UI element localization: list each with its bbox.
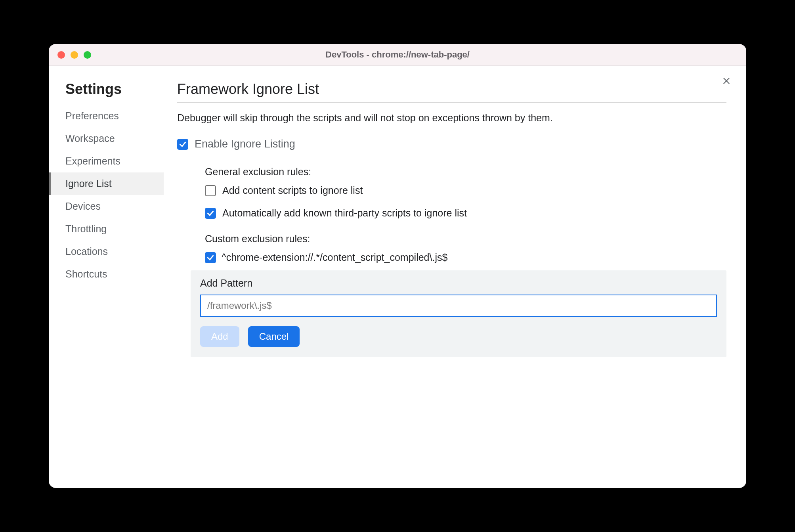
sidebar-item-shortcuts[interactable]: Shortcuts: [49, 263, 164, 285]
third-party-scripts-label: Automatically add known third-party scri…: [222, 207, 467, 219]
add-pattern-title: Add Pattern: [200, 277, 717, 289]
window-title: DevTools - chrome://new-tab-page/: [49, 50, 746, 60]
third-party-scripts-row[interactable]: Automatically add known third-party scri…: [205, 207, 726, 219]
enable-ignore-listing-checkbox[interactable]: [177, 139, 188, 150]
content-scripts-row[interactable]: Add content scripts to ignore list: [205, 185, 726, 196]
traffic-lights: [57, 51, 91, 59]
settings-sidebar: Settings Preferences Workspace Experimen…: [49, 66, 164, 488]
divider: [177, 102, 726, 103]
titlebar: DevTools - chrome://new-tab-page/: [49, 44, 746, 66]
close-window-button[interactable]: [57, 51, 65, 59]
custom-rule-pattern: ^chrome-extension://.*/content_script_co…: [222, 252, 447, 263]
settings-main: Framework Ignore List Debugger will skip…: [164, 66, 746, 488]
custom-rule-row[interactable]: ^chrome-extension://.*/content_script_co…: [205, 252, 726, 263]
sidebar-item-locations[interactable]: Locations: [49, 240, 164, 263]
add-pattern-buttons: Add Cancel: [200, 326, 717, 347]
custom-rule-checkbox[interactable]: [205, 252, 216, 263]
page-title: Framework Ignore List: [177, 81, 726, 98]
minimize-window-button[interactable]: [71, 51, 78, 59]
custom-exclusion-heading: Custom exclusion rules:: [205, 233, 726, 245]
settings-content: Settings Preferences Workspace Experimen…: [49, 66, 746, 488]
sidebar-item-experiments[interactable]: Experiments: [49, 150, 164, 172]
sidebar-item-devices[interactable]: Devices: [49, 195, 164, 218]
general-exclusion-heading: General exclusion rules:: [205, 166, 726, 178]
sidebar-item-workspace[interactable]: Workspace: [49, 127, 164, 150]
enable-ignore-listing-label: Enable Ignore Listing: [195, 138, 295, 150]
third-party-scripts-checkbox[interactable]: [205, 208, 216, 219]
sidebar-heading: Settings: [49, 81, 164, 105]
page-description: Debugger will skip through the scripts a…: [177, 112, 726, 124]
close-icon[interactable]: [720, 75, 733, 87]
content-scripts-label: Add content scripts to ignore list: [222, 185, 363, 196]
add-pattern-panel: Add Pattern Add Cancel: [191, 270, 726, 357]
content-scripts-checkbox[interactable]: [205, 185, 216, 196]
cancel-button[interactable]: Cancel: [248, 326, 300, 347]
add-button[interactable]: Add: [200, 326, 239, 347]
devtools-window: DevTools - chrome://new-tab-page/ Settin…: [49, 44, 746, 488]
general-exclusion-section: General exclusion rules: Add content scr…: [205, 166, 726, 263]
zoom-window-button[interactable]: [84, 51, 91, 59]
sidebar-item-ignore-list[interactable]: Ignore List: [49, 172, 164, 195]
pattern-input[interactable]: [200, 295, 717, 317]
enable-ignore-listing-row[interactable]: Enable Ignore Listing: [177, 138, 726, 150]
sidebar-item-preferences[interactable]: Preferences: [49, 105, 164, 127]
sidebar-item-throttling[interactable]: Throttling: [49, 218, 164, 240]
